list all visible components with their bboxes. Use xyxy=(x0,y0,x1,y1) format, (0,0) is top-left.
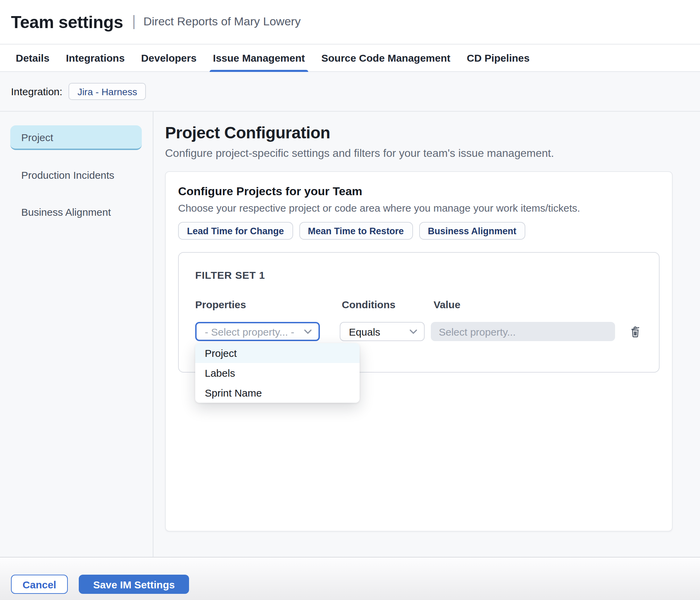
section-description: Configure project-specific settings and … xyxy=(165,147,700,160)
value-input[interactable] xyxy=(430,322,615,341)
page-subtitle: Direct Reports of Mary Lowery xyxy=(143,15,301,29)
integration-label: Integration: xyxy=(11,86,62,97)
sidebar-item-production-incidents[interactable]: Production Incidents xyxy=(10,162,142,187)
content-area: Integration: Jira - Harness Project Prod… xyxy=(0,72,700,557)
chip-mean-time-to-restore[interactable]: Mean Time to Restore xyxy=(299,222,413,240)
property-select-placeholder: - Select property... - xyxy=(205,326,294,337)
delete-filter-button[interactable] xyxy=(628,324,642,339)
column-header-conditions: Conditions xyxy=(342,299,427,310)
body-row: Project Production Incidents Business Al… xyxy=(0,112,700,557)
filter-set-card: FILTER SET 1 Properties Conditions Value… xyxy=(178,252,660,373)
screenshot-viewport: Team settings | Direct Reports of Mary L… xyxy=(0,0,700,600)
condition-select[interactable]: Equals xyxy=(340,322,425,341)
sidebar-item-business-alignment[interactable]: Business Alignment xyxy=(10,199,142,224)
integration-row: Integration: Jira - Harness xyxy=(0,72,700,112)
chip-business-alignment[interactable]: Business Alignment xyxy=(419,222,525,240)
tab-bar: Details Integrations Developers Issue Ma… xyxy=(0,44,700,72)
property-select[interactable]: - Select property... - xyxy=(195,322,320,341)
chevron-down-icon xyxy=(304,329,312,334)
filter-column-headers: Properties Conditions Value xyxy=(195,299,642,310)
condition-select-value: Equals xyxy=(349,326,380,337)
main-panel: Project Configuration Configure project-… xyxy=(153,112,700,557)
card-subtitle: Choose your respective project or code a… xyxy=(178,202,660,214)
tab-source-code-management[interactable]: Source Code Management xyxy=(321,45,450,71)
tab-integrations[interactable]: Integrations xyxy=(66,45,125,71)
team-settings-page: Team settings | Direct Reports of Mary L… xyxy=(0,0,700,600)
column-header-value: Value xyxy=(434,299,460,310)
integration-chip[interactable]: Jira - Harness xyxy=(68,83,146,100)
chip-lead-time-for-change[interactable]: Lead Time for Change xyxy=(178,222,293,240)
dropdown-option-labels[interactable]: Labels xyxy=(195,363,360,383)
tab-cd-pipelines[interactable]: CD Pipelines xyxy=(467,45,529,71)
dropdown-option-project[interactable]: Project xyxy=(195,343,360,363)
tab-developers[interactable]: Developers xyxy=(141,45,197,71)
tab-details[interactable]: Details xyxy=(16,45,49,71)
dropdown-option-sprint-name[interactable]: Sprint Name xyxy=(195,383,360,403)
filter-row: - Select property... - Equals xyxy=(195,322,642,341)
trash-icon xyxy=(629,325,641,338)
filter-set-title: FILTER SET 1 xyxy=(195,269,642,281)
configure-projects-card: Configure Projects for your Team Choose … xyxy=(165,171,673,532)
column-header-properties: Properties xyxy=(195,299,322,310)
settings-sidebar: Project Production Incidents Business Al… xyxy=(0,112,153,557)
footer-bar: Cancel Save IM Settings xyxy=(0,557,700,600)
card-title: Configure Projects for your Team xyxy=(178,184,660,199)
sidebar-item-project[interactable]: Project xyxy=(10,125,142,150)
tab-issue-management[interactable]: Issue Management xyxy=(213,45,305,71)
chevron-down-icon xyxy=(409,329,417,334)
page-header: Team settings | Direct Reports of Mary L… xyxy=(0,0,700,44)
save-im-settings-button[interactable]: Save IM Settings xyxy=(79,575,189,594)
cancel-button[interactable]: Cancel xyxy=(11,575,68,594)
page-title: Team settings xyxy=(11,12,123,32)
metric-chips: Lead Time for Change Mean Time to Restor… xyxy=(178,222,660,240)
title-separator: | xyxy=(132,12,136,30)
section-title: Project Configuration xyxy=(165,124,700,142)
property-dropdown-menu: Project Labels Sprint Name xyxy=(195,343,360,403)
